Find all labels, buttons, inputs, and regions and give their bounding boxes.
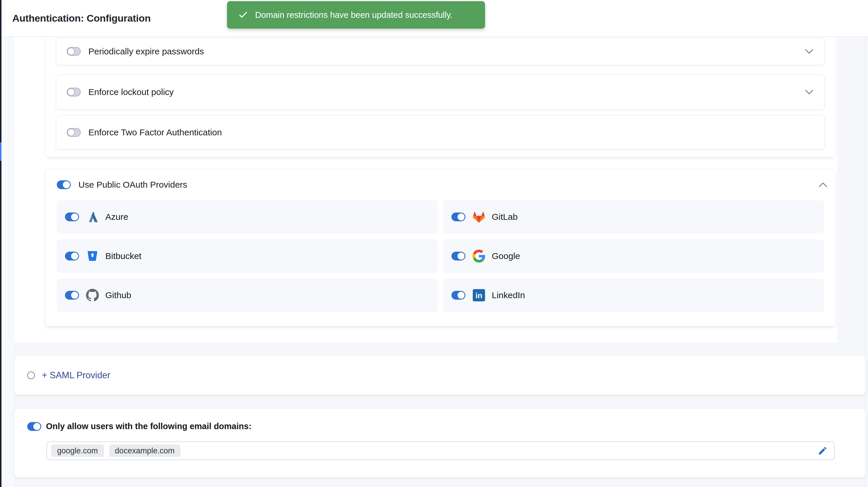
toggle-knob xyxy=(458,292,465,299)
provider-label: LinkedIn xyxy=(492,290,525,300)
google-toggle[interactable] xyxy=(452,252,465,260)
setting-label: Periodically expire passwords xyxy=(88,46,204,57)
success-toast: Domain restrictions have been updated su… xyxy=(227,1,485,29)
chevron-down-icon[interactable] xyxy=(805,89,814,95)
email-domains-toggle[interactable] xyxy=(27,422,41,431)
linkedin-toggle[interactable] xyxy=(452,291,465,300)
periodically-expire-passwords-toggle[interactable] xyxy=(67,47,81,56)
toast-message: Domain restrictions have been updated su… xyxy=(255,10,453,20)
chevron-up-icon[interactable] xyxy=(818,182,828,188)
provider-row-azure: Azure xyxy=(57,200,438,233)
email-domains-header: Only allow users with the following emai… xyxy=(27,422,866,431)
page-title: Authentication: Configuration xyxy=(12,12,151,24)
gitlab-toggle[interactable] xyxy=(452,213,465,221)
use-public-oauth-providers-toggle[interactable] xyxy=(57,181,71,189)
oauth-group-label: Use Public OAuth Providers xyxy=(79,180,187,190)
enforce-two-factor-toggle[interactable] xyxy=(67,128,81,137)
linkedin-icon: in xyxy=(472,289,485,302)
email-domains-card: Only allow users with the following emai… xyxy=(14,409,866,477)
setting-card-periodically-expire-passwords: Periodically expire passwords xyxy=(56,38,825,65)
email-domains-label: Only allow users with the following emai… xyxy=(46,422,252,431)
toggle-knob xyxy=(458,214,465,220)
azure-icon xyxy=(86,210,99,223)
saml-provider-card: + SAML Provider xyxy=(14,356,866,395)
password-policies-group: Periodically expire passwords Enforce lo… xyxy=(45,36,836,157)
azure-toggle[interactable] xyxy=(65,213,79,221)
oauth-providers-group: Use Public OAuth Providers Azure xyxy=(45,169,836,326)
toggle-knob xyxy=(67,47,75,55)
email-domains-input[interactable]: google.com docexample.com xyxy=(46,442,835,460)
bitbucket-icon xyxy=(86,250,99,262)
oauth-group-header: Use Public OAuth Providers xyxy=(45,169,836,200)
setting-label: Enforce lockout policy xyxy=(88,87,174,97)
provider-row-google: Google xyxy=(443,239,824,273)
oauth-providers-grid: Azure GitLab xyxy=(57,200,824,312)
authentication-configuration-page: Periodically expire passwords Enforce lo… xyxy=(0,0,868,487)
provider-label: Azure xyxy=(105,212,128,222)
add-saml-provider-link[interactable]: + SAML Provider xyxy=(42,370,110,381)
left-gutter xyxy=(1,0,14,487)
chevron-down-icon[interactable] xyxy=(805,48,814,54)
saml-provider-radio[interactable] xyxy=(27,371,35,379)
check-icon xyxy=(238,10,248,20)
toggle-knob xyxy=(33,423,40,430)
domain-tag[interactable]: google.com xyxy=(51,445,104,457)
github-icon xyxy=(86,289,99,302)
provider-row-github: Github xyxy=(57,279,438,312)
domain-tag[interactable]: docexample.com xyxy=(109,445,181,457)
toggle-knob xyxy=(71,292,78,299)
setting-card-enforce-lockout-policy: Enforce lockout policy xyxy=(56,74,825,109)
setting-label: Enforce Two Factor Authentication xyxy=(88,127,222,137)
sidebar-active-indicator xyxy=(0,142,1,161)
provider-label: GitLab xyxy=(492,212,518,222)
toggle-knob xyxy=(67,129,75,136)
google-icon xyxy=(472,250,485,262)
collapsed-sidebar-rail xyxy=(0,0,1,487)
svg-text:in: in xyxy=(476,291,483,300)
toggle-knob xyxy=(71,253,78,260)
edit-pencil-icon[interactable] xyxy=(818,446,828,456)
enforce-lockout-policy-toggle[interactable] xyxy=(67,88,81,96)
provider-label: Github xyxy=(105,290,131,300)
toggle-knob xyxy=(67,88,75,96)
provider-row-gitlab: GitLab xyxy=(443,200,824,233)
provider-label: Google xyxy=(492,251,520,261)
toggle-knob xyxy=(458,253,465,260)
gitlab-icon xyxy=(472,210,485,223)
provider-label: Bitbucket xyxy=(105,251,141,261)
toggle-knob xyxy=(63,181,70,188)
provider-row-linkedin: in LinkedIn xyxy=(443,279,824,312)
provider-row-bitbucket: Bitbucket xyxy=(57,239,438,273)
bitbucket-toggle[interactable] xyxy=(65,252,79,260)
github-toggle[interactable] xyxy=(65,291,79,300)
setting-card-enforce-two-factor-authentication: Enforce Two Factor Authentication xyxy=(56,115,825,150)
toggle-knob xyxy=(71,214,78,220)
